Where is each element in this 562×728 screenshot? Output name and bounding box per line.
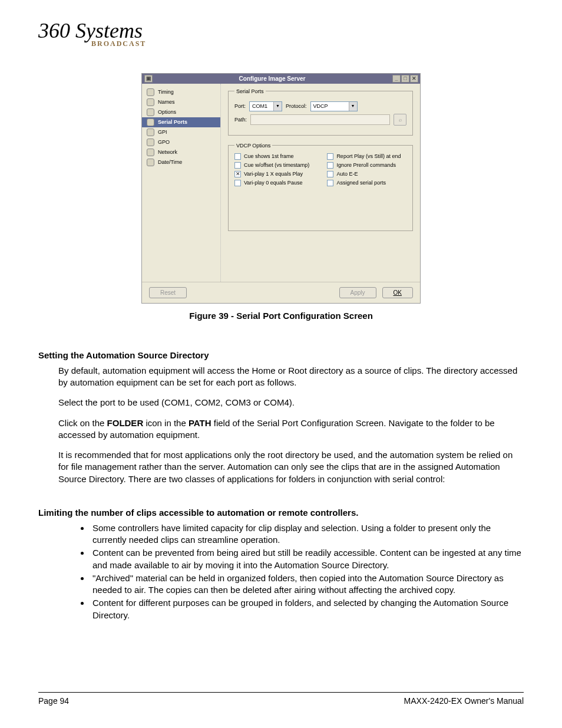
- vdcp-legend: VDCP Options: [234, 143, 272, 149]
- list-item: Content can be prevented from being aire…: [90, 547, 524, 571]
- chevron-down-icon: ▼: [273, 102, 282, 111]
- protocol-select[interactable]: VDCP▼: [310, 101, 358, 111]
- folder-icon: ⌕: [399, 117, 402, 123]
- folder-button[interactable]: ⌕: [394, 114, 406, 126]
- ok-button[interactable]: OK: [382, 287, 413, 298]
- serial-icon: [147, 118, 154, 126]
- apply-button[interactable]: Apply: [339, 287, 376, 298]
- window-title: Configure Image Server: [153, 75, 392, 82]
- nav-timing[interactable]: Timing: [142, 87, 220, 97]
- maximize-button[interactable]: □: [401, 75, 409, 83]
- clock-icon: [147, 88, 154, 96]
- chk-auto-ee[interactable]: Auto E-E: [327, 171, 401, 177]
- checkbox-icon: [327, 171, 333, 177]
- nav-serial-ports[interactable]: Serial Ports: [142, 117, 220, 127]
- gpo-icon: [147, 139, 154, 146]
- chk-variplay-0[interactable]: Vari-play 0 equals Pause: [234, 180, 309, 186]
- button-row: Reset Apply OK: [142, 282, 420, 303]
- chk-assigned-ports[interactable]: Assigned serial ports: [327, 180, 401, 186]
- port-label: Port:: [234, 103, 246, 109]
- para-4: It is recommended that for most applicat…: [58, 449, 524, 485]
- serial-legend: Serial Ports: [234, 88, 266, 94]
- nav-gpo[interactable]: GPO: [142, 137, 220, 147]
- nav-options[interactable]: Options: [142, 107, 220, 117]
- minimize-button[interactable]: _: [392, 75, 401, 83]
- bullet-list: Some controllers have limited capacity f…: [80, 522, 524, 621]
- list-item: Some controllers have limited capacity f…: [90, 522, 524, 546]
- app-icon: ▣: [144, 75, 153, 83]
- list-icon: [147, 98, 154, 106]
- chevron-down-icon: ▼: [349, 102, 357, 111]
- heading-1: Setting the Automation Source Directory: [38, 350, 524, 360]
- figure-caption: Figure 39 - Serial Port Configuration Sc…: [38, 311, 524, 321]
- doc-title: MAXX-2420-EX Owner's Manual: [404, 696, 524, 706]
- list-item: Content for different purposes can be gr…: [90, 597, 524, 621]
- nav-names[interactable]: Names: [142, 97, 220, 107]
- reset-button[interactable]: Reset: [149, 287, 187, 298]
- checkbox-icon: ✕: [234, 171, 241, 177]
- vdcp-options-group: VDCP Options Cue shows 1st frame Cue w/o…: [228, 143, 413, 231]
- para-2: Select the port to be used (COM1, COM2, …: [58, 397, 524, 409]
- chk-variplay-1x[interactable]: ✕Vari-play 1 X equals Play: [234, 171, 309, 177]
- checkbox-icon: [327, 162, 333, 169]
- port-select[interactable]: COM1▼: [249, 101, 282, 111]
- nav-datetime[interactable]: Date/Time: [142, 157, 220, 167]
- nav-tree: Timing Names Options Serial Ports GPI GP…: [142, 84, 221, 282]
- logo: 360 Systems BROADCAST: [38, 22, 524, 48]
- titlebar: ▣ Configure Image Server _ □ ✕: [142, 74, 420, 84]
- checkbox-icon: [327, 153, 333, 160]
- list-item: "Archived" material can be held in organ…: [90, 572, 524, 597]
- config-window: ▣ Configure Image Server _ □ ✕ Timing Na…: [141, 73, 421, 304]
- path-input[interactable]: [250, 114, 390, 125]
- gear-icon: [147, 108, 154, 116]
- checkbox-icon: [234, 162, 241, 169]
- gpi-icon: [147, 129, 154, 136]
- serial-ports-group: Serial Ports Port: COM1▼ Protocol: VDCP▼…: [228, 88, 413, 136]
- logo-sub: BROADCAST: [91, 39, 524, 48]
- nav-gpi[interactable]: GPI: [142, 127, 220, 137]
- checkbox-icon: [327, 180, 333, 186]
- checkbox-icon: [234, 180, 241, 186]
- network-icon: [147, 149, 154, 156]
- chk-ignore-preroll[interactable]: Ignore Preroll commands: [327, 162, 401, 169]
- para-3: Click on the FOLDER icon in the PATH fie…: [58, 417, 524, 442]
- page-number: Page 94: [38, 696, 69, 706]
- para-1: By default, automation equipment will ac…: [58, 365, 524, 389]
- footer: Page 94 MAXX-2420-EX Owner's Manual: [38, 692, 524, 706]
- heading-2: Limiting the number of clips accessible …: [38, 508, 524, 518]
- calendar-icon: [147, 159, 154, 166]
- close-button[interactable]: ✕: [410, 75, 418, 83]
- content-pane: Serial Ports Port: COM1▼ Protocol: VDCP▼…: [221, 84, 420, 282]
- protocol-label: Protocol:: [286, 103, 307, 109]
- chk-report-play[interactable]: Report Play (vs Still) at end: [327, 153, 401, 160]
- checkbox-icon: [234, 153, 241, 160]
- chk-cue-offset[interactable]: Cue w/offset (vs timestamp): [234, 162, 309, 169]
- chk-cue-1st-frame[interactable]: Cue shows 1st frame: [234, 153, 309, 160]
- logo-main: 360 Systems: [38, 22, 524, 39]
- nav-network[interactable]: Network: [142, 147, 220, 157]
- path-label: Path:: [234, 117, 247, 123]
